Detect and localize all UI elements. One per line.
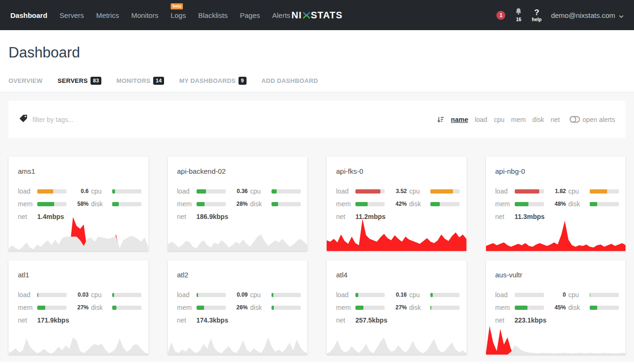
nav-item-dashboard[interactable]: Dashboard xyxy=(10,11,47,19)
server-sparkline xyxy=(486,215,626,251)
metric-label-load: load xyxy=(18,291,35,299)
metric-value-mem: 28% xyxy=(228,201,248,207)
metric-value-disk: 26% xyxy=(621,304,626,311)
sort-by-net[interactable]: net xyxy=(551,116,560,123)
metric-value-cpu: 77% xyxy=(462,188,467,194)
metric-label-mem: mem xyxy=(495,200,512,208)
chevron-down-icon xyxy=(619,11,624,19)
sort-by-disk[interactable]: disk xyxy=(532,116,544,123)
tab-count-badge: 9 xyxy=(239,77,246,85)
metric-value-load: 3.52 xyxy=(387,188,407,194)
metric-value-load: 0 xyxy=(546,291,566,298)
brand-logo[interactable]: NI STATS xyxy=(291,10,343,21)
metric-bar-cpu xyxy=(112,293,141,297)
metric-label-cpu: cpu xyxy=(250,187,269,195)
sort-by-cpu[interactable]: cpu xyxy=(494,116,505,123)
help-label: help xyxy=(532,17,542,22)
metric-label-load: load xyxy=(18,187,35,195)
metric-bar-fill xyxy=(197,202,205,206)
metric-bar-fill xyxy=(430,293,433,297)
metric-bar-fill xyxy=(272,189,277,194)
metric-value-mem: 42% xyxy=(387,201,407,207)
nav-item-label: Monitors xyxy=(131,11,158,19)
metric-label-mem: mem xyxy=(336,304,353,311)
metric-bar-fill xyxy=(355,189,380,194)
metric-bar-load xyxy=(355,293,385,297)
metric-bar-fill xyxy=(590,306,597,310)
server-card[interactable]: atl1load0.03cpu7%mem27%disk15%net171.9kb… xyxy=(8,260,148,355)
metric-bar-mem xyxy=(515,202,544,206)
user-menu[interactable]: demo@nixstats.com xyxy=(551,11,624,19)
tab-servers[interactable]: SERVERS83 xyxy=(58,77,101,85)
metric-bar-fill xyxy=(355,306,363,310)
metric-bar-disk xyxy=(590,306,619,310)
server-card[interactable]: atl2load0.09cpu7%mem26%disk9%net174.3kbp… xyxy=(168,260,308,355)
metric-label-mem: mem xyxy=(177,304,194,311)
metric-label-cpu: cpu xyxy=(91,187,110,195)
nav-item-pages[interactable]: Pages xyxy=(240,11,260,19)
metric-bar-load xyxy=(37,293,66,297)
sort-by-name[interactable]: name xyxy=(451,116,469,123)
help-button[interactable]: ? help xyxy=(532,8,542,22)
metric-bar-load xyxy=(355,189,385,194)
brand-text-post: STATS xyxy=(311,10,343,21)
server-name: atl2 xyxy=(177,271,298,279)
server-card[interactable]: aus-vultrload0cpu3%mem45%disk26%net223.1… xyxy=(486,260,626,355)
dashboard-tabs: OVERVIEWSERVERS83MONITORS14MY DASHBOARDS… xyxy=(8,77,626,92)
alerts-bell-button[interactable]: 16 xyxy=(515,8,522,22)
metric-label-mem: mem xyxy=(177,200,194,208)
server-card[interactable]: atl4load0.16cpu8%mem27%disk4%net257.5kbp… xyxy=(327,260,467,355)
tab-overview[interactable]: OVERVIEW xyxy=(8,77,42,84)
metric-bar-fill xyxy=(272,293,273,297)
metric-bar-fill xyxy=(355,202,368,206)
filter-bar: nameloadcpumemdisknet open alerts xyxy=(8,101,626,138)
metric-value-disk: 9% xyxy=(303,304,308,311)
sort-by-mem[interactable]: mem xyxy=(511,116,526,123)
metric-value-mem: 58% xyxy=(69,201,89,207)
tab-label: SERVERS xyxy=(58,77,88,84)
nav-item-monitors[interactable]: Monitors xyxy=(131,11,158,19)
tab-my-dashboards[interactable]: MY DASHBOARDS9 xyxy=(179,77,246,85)
metric-bar-load xyxy=(515,293,544,297)
nav-item-blacklists[interactable]: Blacklists xyxy=(198,11,228,19)
metric-label-disk: disk xyxy=(568,200,587,208)
metric-bar-mem xyxy=(355,202,385,206)
page-title: Dashboard xyxy=(8,44,626,61)
nav-item-label: Dashboard xyxy=(10,11,47,19)
metric-value-disk: 33% xyxy=(462,201,467,207)
metric-bar-load xyxy=(197,189,226,194)
server-name: atl4 xyxy=(336,271,457,279)
metric-value-cpu: 7% xyxy=(303,291,308,298)
metric-bar-disk xyxy=(430,306,460,310)
nav-item-alerts[interactable]: Alerts xyxy=(272,11,290,19)
metric-value-cpu: 19% xyxy=(303,188,308,194)
nav-item-servers[interactable]: Servers xyxy=(59,11,84,19)
metric-value-load: 0.09 xyxy=(228,291,248,298)
sort-by-load[interactable]: load xyxy=(475,116,487,123)
tab-add-dashboard[interactable]: ADD DASHBOARD xyxy=(262,77,318,84)
server-card[interactable]: api-nbg-0load1.82cpu61%mem48%disk27%net1… xyxy=(486,157,626,251)
filter-by-tags-input[interactable] xyxy=(33,116,174,123)
metric-value-load: 0.03 xyxy=(69,291,89,298)
metric-bar-fill xyxy=(515,202,529,206)
navbar-right: 1 16 ? help demo@nixstats.com xyxy=(496,8,624,22)
server-card[interactable]: api-backend-02load0.36cpu19%mem28%disk24… xyxy=(168,157,308,251)
metric-bar-fill xyxy=(37,189,53,194)
sort-order-icon[interactable] xyxy=(437,116,445,123)
server-card[interactable]: api-fks-0load3.52cpu77%mem42%disk33%net1… xyxy=(327,157,467,251)
open-alerts-toggle[interactable]: open alerts xyxy=(569,116,615,123)
nav-item-metrics[interactable]: Metrics xyxy=(96,11,119,19)
metric-value-disk: 4% xyxy=(462,304,467,311)
tab-monitors[interactable]: MONITORS14 xyxy=(116,77,164,85)
server-name: aus-vultr xyxy=(495,271,617,279)
metric-label-load: load xyxy=(336,291,353,299)
server-sparkline xyxy=(327,215,467,251)
server-card[interactable]: ams1load0.6cpu10%mem58%disk22%net1.4mbps xyxy=(8,157,148,251)
metric-value-load: 0.36 xyxy=(228,188,248,194)
nav-item-label: Metrics xyxy=(96,11,119,19)
tab-label: OVERVIEW xyxy=(8,77,42,84)
metric-bar-fill xyxy=(355,293,358,297)
nav-item-logs[interactable]: Logsbeta xyxy=(171,11,186,19)
metric-label-load: load xyxy=(336,187,353,195)
metric-value-mem: 27% xyxy=(69,304,89,311)
